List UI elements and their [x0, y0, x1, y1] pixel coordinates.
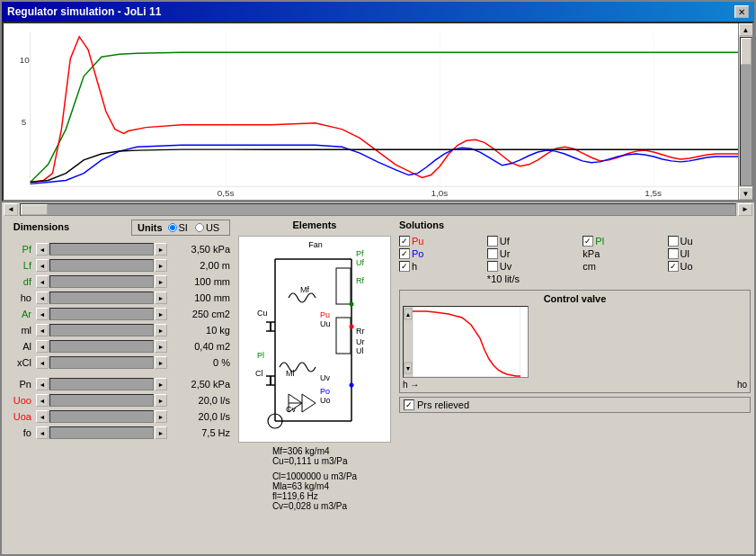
svg-text:Mf: Mf [300, 285, 309, 294]
dim-slider-right-fo[interactable]: ► [155, 426, 167, 439]
sol-pl[interactable]: ✓ Pl [583, 236, 662, 247]
main-content: Dimensions Units SI US [2, 216, 754, 554]
svg-point-46 [350, 325, 354, 329]
close-button[interactable]: ✕ [734, 5, 749, 18]
sol-10lits: *10 lit/s [487, 274, 577, 284]
sol-pl-check[interactable]: ✓ [583, 236, 593, 247]
sol-uv-check[interactable] [487, 261, 498, 272]
dim-track-xcl[interactable] [49, 356, 154, 369]
dim-slider-right-uoo[interactable]: ► [155, 394, 167, 407]
dim-slider-ml: ◄► [36, 324, 167, 336]
svg-text:Cv: Cv [286, 405, 296, 414]
prs-relieved-group[interactable]: ✓ Prs relieved [399, 397, 751, 413]
dim-track-pf[interactable] [49, 243, 154, 256]
scroll-up-btn[interactable]: ▲ [739, 23, 753, 36]
dim-track-ho[interactable] [49, 291, 154, 304]
dim-label-pf: Pf [5, 244, 34, 255]
sol-ul[interactable]: Ul [668, 248, 751, 259]
dim-slider-left-xcl[interactable]: ◄ [36, 356, 49, 369]
sol-pu-label: Pu [412, 236, 423, 247]
elements-panel: Elements Fan Pf Uf [234, 220, 396, 551]
control-valve-title: Control valve [403, 293, 747, 304]
dim-row-pn: Pn◄►2,50 kPa [5, 376, 230, 392]
circuit-svg: Fan Pf Uf Rf M [239, 237, 392, 444]
dim-slider-left-ho[interactable]: ◄ [36, 291, 49, 304]
prs-relieved-check[interactable]: ✓ [404, 399, 414, 410]
dim-slider-left-uoa[interactable]: ◄ [36, 410, 49, 423]
vscroll-thumb[interactable] [741, 38, 752, 65]
svg-text:Rf: Rf [356, 276, 364, 285]
sol-uo-label: Uo [680, 261, 693, 272]
sol-uv-label: Uv [500, 261, 511, 272]
dim-label-pn: Pn [5, 379, 34, 390]
dim-row-ho: ho◄►100 mm [5, 290, 230, 306]
sol-uo-check[interactable]: ✓ [668, 261, 679, 272]
dim-slider-left-df[interactable]: ◄ [36, 275, 49, 288]
sol-h-check[interactable]: ✓ [399, 261, 410, 272]
hscroll-thumb[interactable] [21, 204, 48, 215]
dim-slider-left-ar[interactable]: ◄ [36, 308, 49, 320]
dim-track-al[interactable] [49, 340, 154, 353]
svg-rect-0 [4, 23, 752, 200]
dim-track-pn[interactable] [49, 378, 154, 390]
dim-slider-right-lf[interactable]: ► [155, 259, 167, 272]
sol-uf[interactable]: Uf [487, 236, 577, 247]
cv-content: ▲ ▼ [403, 306, 747, 378]
dim-slider-left-pf[interactable]: ◄ [36, 243, 49, 256]
dim-slider-right-uoa[interactable]: ► [155, 410, 167, 423]
dim-track-lf[interactable] [49, 259, 154, 272]
sol-uu[interactable]: Uu [668, 236, 751, 247]
dim-track-uoa[interactable] [49, 410, 154, 423]
unit-us-option[interactable]: US [195, 222, 219, 233]
sol-pu-check[interactable]: ✓ [399, 236, 410, 247]
dim-track-uoo[interactable] [49, 394, 154, 407]
dim-label-al: Al [5, 341, 34, 352]
scroll-down-btn[interactable]: ▼ [739, 187, 753, 200]
dim-slider-right-pf[interactable]: ► [155, 243, 167, 256]
dim-track-ar[interactable] [49, 308, 154, 320]
dim-slider-right-ho[interactable]: ► [155, 291, 167, 304]
dim-track-df[interactable] [49, 275, 154, 288]
sol-uv[interactable]: Uv [487, 261, 577, 272]
sol-ur-check[interactable] [487, 248, 498, 259]
sol-10lits-label: *10 lit/s [487, 274, 520, 284]
unit-si-radio[interactable] [168, 223, 177, 232]
scroll-left-btn[interactable]: ◄ [4, 203, 18, 216]
dim-track-fo[interactable] [49, 426, 154, 439]
sol-kpa-label: kPa [583, 248, 600, 259]
dim-slider-right-df[interactable]: ► [155, 275, 167, 288]
chart-vscrollbar[interactable]: ▲ ▼ [738, 23, 752, 200]
sol-uo[interactable]: ✓ Uo [668, 261, 751, 272]
sol-uu-check[interactable] [668, 236, 679, 247]
dim-slider-right-pn[interactable]: ► [155, 378, 167, 390]
dim-slider-left-uoo[interactable]: ◄ [36, 394, 49, 407]
svg-text:▼: ▼ [405, 365, 412, 372]
svg-text:Uo: Uo [320, 396, 331, 405]
dim-slider-right-xcl[interactable]: ► [155, 356, 167, 369]
sol-ul-check[interactable] [668, 248, 679, 259]
dim-slider-left-fo[interactable]: ◄ [36, 426, 49, 439]
dim-slider-left-lf[interactable]: ◄ [36, 259, 49, 272]
dim-slider-left-al[interactable]: ◄ [36, 340, 49, 353]
sol-h[interactable]: ✓ h [399, 261, 482, 272]
dim-slider-right-ml[interactable]: ► [155, 324, 167, 336]
sol-kpa[interactable]: kPa [583, 248, 662, 259]
dim-slider-left-ml[interactable]: ◄ [36, 324, 49, 336]
dim-slider-al: ◄► [36, 340, 167, 353]
dim-slider-right-ar[interactable]: ► [155, 308, 167, 320]
unit-us-radio[interactable] [195, 223, 204, 232]
unit-si-option[interactable]: SI [168, 222, 188, 233]
dim-slider-right-al[interactable]: ► [155, 340, 167, 353]
scroll-right-btn[interactable]: ► [738, 203, 752, 216]
dim-slider-left-pn[interactable]: ◄ [36, 378, 49, 390]
main-window: Regulator simulation - JoLi 11 ✕ 10 5 0,… [0, 0, 756, 556]
sol-uf-check[interactable] [487, 236, 498, 247]
dim-track-ml[interactable] [49, 324, 154, 336]
sol-ur[interactable]: Ur [487, 248, 577, 259]
svg-point-45 [350, 302, 354, 307]
sol-po[interactable]: ✓ Po [399, 248, 482, 259]
sol-pu[interactable]: ✓ Pu [399, 236, 482, 247]
chart-hscrollbar[interactable]: ◄ ► [2, 202, 754, 216]
sol-po-check[interactable]: ✓ [399, 248, 410, 259]
dim-value-uoo: 20,0 l/s [169, 395, 230, 406]
